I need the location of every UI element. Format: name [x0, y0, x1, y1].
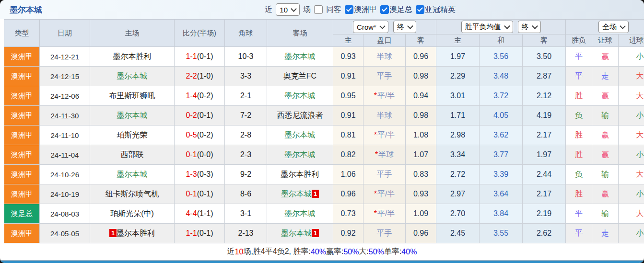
home-team-name: 西部联	[121, 150, 144, 159]
home-team-cell: 珀斯光荣	[90, 126, 175, 145]
away-team-cell: 墨尔本胜利	[267, 165, 333, 184]
avg-time-select[interactable]: 终	[518, 21, 541, 33]
let-result-cell: 赢	[592, 126, 619, 145]
sub-header-handicap-home: 主	[333, 34, 363, 47]
handicap-home-odds: 0.81	[333, 126, 363, 145]
changed-line-star: *	[374, 190, 377, 198]
recent-count-select[interactable]: 10	[276, 3, 300, 16]
handicap-line: 平手	[377, 229, 392, 237]
score-cell: 0-2(0-1)	[175, 106, 225, 126]
cup-checkbox[interactable]	[380, 5, 389, 14]
col-header-corner: 角球	[225, 20, 267, 47]
changed-line-star: *	[374, 209, 377, 217]
acl-filter-label: 亚冠精英	[425, 5, 456, 15]
handicap-away-odds: 0.93	[406, 184, 436, 204]
league-checkbox[interactable]	[345, 5, 353, 14]
scope-select[interactable]: 全场	[598, 21, 629, 33]
type-badge: 澳洲甲	[4, 106, 40, 126]
cup-filter-item[interactable]: 澳足总	[380, 5, 412, 15]
type-badge: 澳洲甲	[4, 47, 40, 67]
table-row: 澳洲甲 24-11-04 西部联 0-1(0-0) 2-3 墨尔本城 0.82 …	[4, 145, 644, 165]
avg-home-odds: 2.45	[436, 224, 480, 243]
full-time-score: 1-3	[186, 170, 197, 178]
away-team-name: 墨尔本城	[285, 52, 316, 60]
half-time-score: (0-1)	[197, 190, 213, 198]
corner-cell: 2-13	[225, 224, 267, 243]
avg-away-odds: 2.19	[523, 204, 566, 224]
half-time-score: (0-3)	[197, 170, 213, 178]
home-team-cell: 1墨尔本胜利	[90, 224, 175, 243]
handicap-time-select[interactable]: 终	[393, 21, 416, 33]
handicap-line-cell: 平手	[363, 224, 406, 243]
chevron-down-icon	[504, 23, 510, 29]
league-filter-label: 澳洲甲	[354, 5, 377, 15]
let-result-cell: 赢	[592, 86, 619, 106]
handicap-away-odds: 0.83	[406, 165, 436, 184]
summary-segment: 50%	[343, 248, 359, 256]
avg-home-odds: 3.01	[436, 86, 480, 106]
handicap-away-odds: 1.07	[406, 145, 436, 165]
chevron-down-icon	[532, 23, 538, 29]
handicap-away-odds: 0.98	[406, 67, 436, 86]
type-badge: 澳洲甲	[4, 67, 40, 86]
score-cell: 0-1(0-1)	[175, 184, 225, 204]
handicap-line-cell: *平/半	[363, 86, 406, 106]
half-time-score: (1-1)	[197, 209, 213, 217]
corner-cell: 7-2	[225, 106, 267, 126]
handicap-away-odds: 0.94	[406, 86, 436, 106]
avg-draw-odds: 3.39	[480, 165, 523, 184]
away-team-cell: 墨尔本城	[267, 126, 333, 145]
away-team-name: 西悉尼流浪者	[277, 111, 323, 119]
away-team-name: 墨尔本城	[285, 150, 316, 159]
sub-header-avg-home: 主	[436, 34, 480, 47]
avg-home-odds: 3.34	[436, 145, 480, 165]
same-venue-checkbox[interactable]	[314, 5, 323, 14]
home-team-name: 墨尔本城	[117, 111, 148, 119]
full-time-score: 4-4	[186, 209, 197, 217]
handicap-line-cell: *平/半	[363, 184, 406, 204]
sub-header-goals: 进球数	[619, 34, 644, 47]
odds-company-select[interactable]: Crow*	[353, 21, 388, 33]
sub-header-avg-away: 客	[523, 34, 566, 47]
goals-result-cell: 小	[619, 224, 644, 243]
col-header-date: 日期	[40, 20, 90, 47]
changed-line-star: *	[375, 150, 378, 159]
changed-line-star: *	[374, 91, 377, 100]
chevron-down-icon	[379, 23, 386, 29]
table-row: 澳洲甲 24-11-30 墨尔本城 0-2(0-1) 7-2 西悉尼流浪者 0.…	[4, 106, 644, 126]
summary-segment: 50%	[369, 248, 384, 256]
handicap-line-cell: 平手	[363, 165, 406, 184]
goals-result-cell: 小	[619, 47, 644, 67]
handicap-line-cell: *平/半	[363, 126, 406, 145]
date-cell: 24-10-19	[40, 184, 90, 204]
summary-footer: 近 10 场,胜4平4负2, 胜率: 40% 赢率: 50% 大: 50% 单率…	[0, 243, 644, 260]
half-time-score: (0-2)	[197, 91, 213, 100]
col-header-home: 主场	[90, 20, 175, 47]
avg-odds-select[interactable]: 胜平负均值	[461, 21, 513, 33]
date-cell: 24-11-30	[40, 106, 90, 126]
away-team-name: 墨尔本城	[285, 131, 316, 139]
table-row: 澳洲甲 24-12-15 墨尔本城 2-2(1-0) 3-3 奥克兰FC 0.9…	[4, 67, 644, 86]
half-time-score: (1-0)	[197, 72, 213, 80]
let-result-cell: 走	[592, 67, 619, 86]
corner-cell: 2-8	[225, 126, 267, 145]
result-cell: 胜	[566, 86, 592, 106]
top-bar: 墨尔本城 近 10 场 同客 澳洲甲 澳足总 亚冠精英	[0, 0, 644, 19]
chevron-down-icon	[407, 23, 413, 29]
away-team-name: 墨尔本城	[285, 209, 316, 217]
type-badge: 澳洲甲	[4, 165, 40, 184]
handicap-home-odds: 0.91	[333, 67, 363, 86]
chevron-down-icon	[620, 23, 626, 29]
full-time-score: 0-5	[186, 131, 197, 139]
acl-checkbox[interactable]	[416, 5, 424, 14]
result-cell: 平	[566, 224, 592, 243]
result-cell: 胜	[566, 145, 592, 165]
handicap-away-odds: 0.96	[406, 47, 436, 67]
half-time-score: (0-1)	[197, 52, 213, 60]
league-filter-item[interactable]: 澳洲甲	[345, 5, 377, 15]
acl-filter-item[interactable]: 亚冠精英	[416, 5, 456, 15]
full-time-score: 1-1	[186, 52, 197, 60]
handicap-home-odds: 0.82	[333, 145, 363, 165]
home-team-name: 墨尔本胜利	[113, 52, 152, 60]
handicap-line: 平/半	[377, 91, 395, 100]
